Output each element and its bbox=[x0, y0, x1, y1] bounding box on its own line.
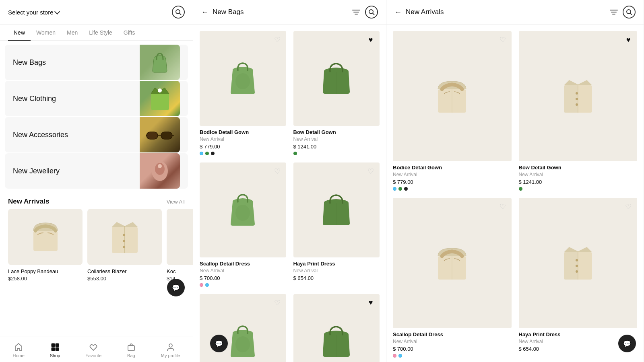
nav-favorite[interactable]: Favorite bbox=[80, 341, 106, 360]
chat-button-right[interactable]: 💬 bbox=[618, 335, 636, 352]
heart-icon: ♡ bbox=[500, 202, 506, 211]
svg-rect-20 bbox=[52, 348, 55, 351]
arrival-product-lace-poppy[interactable]: Lace Poppy Bandeau $258.00 bbox=[8, 209, 83, 282]
product-subtitle: New Arrival bbox=[519, 172, 638, 177]
product-card[interactable]: ♥ Bow Detail Gown New Arrival $ 1241.00 bbox=[290, 291, 383, 362]
color-dot bbox=[404, 187, 408, 191]
favorite-button[interactable]: ♥ bbox=[623, 34, 634, 45]
tab-new[interactable]: New bbox=[8, 25, 31, 41]
blazer-icon bbox=[109, 219, 141, 255]
product-card[interactable]: ♡ Scallop Detail Dress New Arrival $ 700… bbox=[196, 291, 289, 362]
middle-panel-title: New Bags bbox=[213, 8, 244, 16]
search-button-right[interactable] bbox=[623, 6, 636, 19]
tab-gifts[interactable]: Gifts bbox=[118, 25, 141, 41]
tab-lifestyle[interactable]: Life Style bbox=[83, 25, 118, 41]
search-button-middle[interactable] bbox=[365, 6, 378, 19]
filter-line-r1 bbox=[610, 10, 618, 10]
back-button-right[interactable]: ← bbox=[394, 8, 402, 16]
search-icon bbox=[175, 9, 182, 15]
product-card[interactable]: ♡ Haya Print Dress New Arrival $ 654.00 bbox=[290, 159, 383, 290]
svg-point-17 bbox=[123, 246, 125, 248]
color-dots bbox=[293, 152, 380, 155]
nav-profile[interactable]: My profile bbox=[156, 341, 185, 360]
product-name: Scallop Detail Dress bbox=[393, 331, 512, 337]
product-card[interactable]: ♥ Bow Detail Gown New Arrival $ 1241.00 bbox=[516, 28, 641, 194]
nav-shop-label: Shop bbox=[50, 353, 60, 358]
favorite-button[interactable]: ♡ bbox=[623, 201, 634, 212]
favorite-button[interactable]: ♥ bbox=[365, 34, 376, 45]
svg-point-26 bbox=[235, 73, 250, 89]
right-header-left: ← New Arrivals bbox=[394, 8, 444, 16]
store-selector[interactable]: Select your store bbox=[8, 9, 59, 16]
nav-home[interactable]: Home bbox=[8, 341, 29, 360]
svg-rect-19 bbox=[56, 343, 59, 347]
product-subtitle: New Arrival bbox=[393, 339, 512, 344]
product-image: ♡ bbox=[200, 162, 286, 257]
middle-panel: ← New Bags ♡ bbox=[193, 0, 386, 362]
arrival-product-3[interactable]: Koc $14 bbox=[167, 209, 193, 282]
arrival-product-lace-poppy-price: $258.00 bbox=[8, 276, 83, 282]
tabs-row: New Women Men Life Style Gifts bbox=[0, 25, 193, 41]
favorite-button[interactable]: ♡ bbox=[272, 166, 283, 177]
product-name: Bow Detail Gown bbox=[293, 129, 380, 135]
favorite-button[interactable]: ♡ bbox=[497, 201, 508, 212]
profile-icon bbox=[166, 343, 175, 352]
favorite-button[interactable]: ♡ bbox=[272, 297, 283, 309]
product-name: Bow Detail Gown bbox=[519, 165, 638, 171]
tab-women[interactable]: Women bbox=[31, 25, 61, 41]
product-price: $ 779.00 bbox=[200, 144, 286, 150]
svg-point-11 bbox=[158, 164, 162, 168]
favorite-button[interactable]: ♡ bbox=[497, 34, 508, 45]
nav-shop[interactable]: Shop bbox=[45, 341, 65, 360]
favorite-button[interactable]: ♥ bbox=[365, 297, 376, 309]
heart-icon: ♥ bbox=[626, 36, 631, 44]
bag-icon bbox=[148, 51, 172, 74]
product-card[interactable]: ♡ Haya Print Dress New Arrival $ 654.00 bbox=[516, 195, 641, 361]
right-panel: ← New Arrivals bbox=[386, 0, 644, 362]
filter-button-middle[interactable] bbox=[352, 9, 360, 15]
product-card[interactable]: ♥ Bow Detail Gown New Arrival $ 1241.00 bbox=[290, 28, 383, 158]
category-jewellery[interactable]: New Jewellery bbox=[5, 153, 188, 189]
search-button[interactable] bbox=[172, 6, 185, 19]
product-card[interactable]: ♡ Bodice Detail Gown New Arrival $ 779.0… bbox=[390, 28, 515, 194]
tab-men[interactable]: Men bbox=[61, 25, 83, 41]
category-clothing[interactable]: New Clothing bbox=[5, 81, 188, 116]
view-all-link[interactable]: View All bbox=[167, 199, 185, 205]
clothing-icon bbox=[149, 86, 171, 112]
product-card[interactable]: ♡ Scallop Detail Dress New Arrival $ 700… bbox=[196, 159, 289, 290]
color-dot bbox=[393, 187, 396, 191]
product-subtitle: New Arrival bbox=[293, 136, 380, 142]
product-name: Bodice Detail Gown bbox=[393, 165, 512, 171]
filter-button-right[interactable] bbox=[610, 9, 618, 15]
arrival-product-collarless-blazer-image bbox=[87, 209, 162, 265]
chat-button-middle[interactable]: 💬 bbox=[210, 335, 228, 352]
product-card[interactable]: ♡ Bodice Detail Gown New Arrival $ 779.0… bbox=[196, 28, 289, 158]
product-price: $ 1241.00 bbox=[519, 179, 638, 185]
color-dot bbox=[205, 283, 209, 287]
favorite-button[interactable]: ♡ bbox=[272, 34, 283, 45]
category-clothing-image bbox=[140, 81, 180, 116]
color-dot bbox=[393, 354, 396, 358]
arrival-product-3-image bbox=[167, 209, 193, 265]
svg-point-15 bbox=[123, 234, 125, 236]
category-accessories-image bbox=[140, 117, 180, 152]
category-accessories-label: New Accessories bbox=[13, 131, 68, 139]
filter-line-1 bbox=[352, 10, 360, 10]
arrival-product-collarless-blazer[interactable]: Collarless Blazer $553.00 bbox=[87, 209, 162, 282]
favorite-icon bbox=[89, 343, 98, 352]
svg-rect-5 bbox=[161, 132, 172, 139]
product-subtitle: New Arrival bbox=[200, 268, 286, 274]
category-accessories[interactable]: New Accessories bbox=[5, 117, 188, 152]
nav-bag[interactable]: Bag bbox=[122, 341, 140, 360]
back-button-middle[interactable]: ← bbox=[201, 8, 208, 16]
svg-rect-4 bbox=[147, 132, 158, 139]
category-bags-label: New Bags bbox=[13, 58, 46, 67]
favorite-button[interactable]: ♡ bbox=[365, 166, 376, 177]
chevron-down-icon bbox=[54, 8, 60, 14]
svg-point-23 bbox=[169, 344, 172, 347]
chat-button-left[interactable]: 💬 bbox=[167, 279, 185, 296]
product-name: Bodice Detail Gown bbox=[200, 129, 286, 135]
nav-bag-label: Bag bbox=[127, 353, 135, 358]
product-card[interactable]: ♡ Scallop Detail Dress New Arrival $ 700… bbox=[390, 195, 515, 361]
category-bags[interactable]: New Bags bbox=[5, 45, 188, 80]
